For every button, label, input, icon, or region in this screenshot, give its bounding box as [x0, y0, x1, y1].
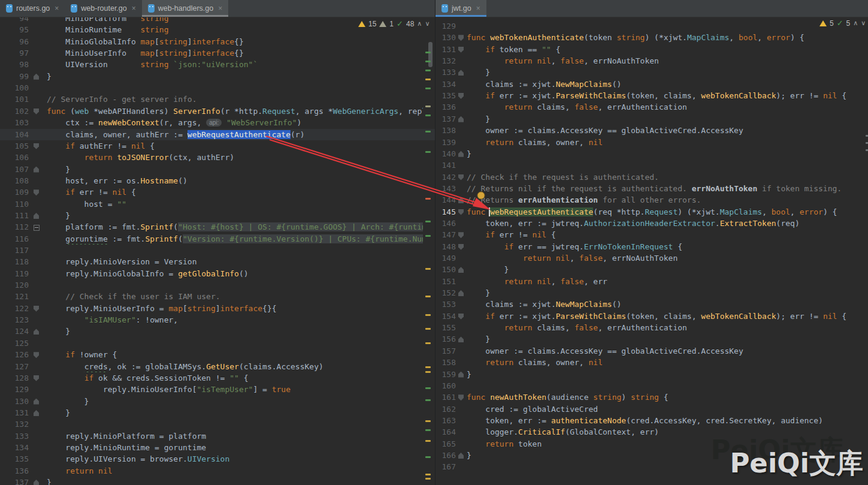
- code-line[interactable]: 127 creds, ok := globalIAMSys.GetUser(cl…: [0, 361, 435, 372]
- error-stripe-mark[interactable]: [425, 371, 431, 373]
- code-line[interactable]: 146 token, err := jwtreq.AuthorizationHe…: [435, 218, 868, 229]
- code-line[interactable]: 137 }: [435, 113, 868, 125]
- code-line[interactable]: 157 owner := claims.AccessKey == globalA…: [435, 345, 868, 357]
- code-line[interactable]: 148 if err == jwtreq.ErrNoTokenInRequest…: [435, 241, 868, 252]
- line-number[interactable]: 138: [440, 125, 456, 136]
- code-line[interactable]: 120: [0, 279, 435, 291]
- line-number[interactable]: 148: [440, 241, 456, 252]
- code-line[interactable]: 159}: [435, 369, 868, 380]
- line-number[interactable]: 112: [5, 221, 29, 233]
- code-line[interactable]: 135 reply.UIVersion = browser.UIVersion: [0, 453, 435, 465]
- code-line[interactable]: 140}: [435, 148, 868, 159]
- code-line[interactable]: 97 MinioUserInfo map[string]interface{}: [0, 47, 435, 59]
- code-line[interactable]: 131 if token == "" {: [435, 44, 868, 55]
- fold-start-icon[interactable]: [34, 352, 39, 358]
- folded-region-icon[interactable]: [34, 225, 40, 231]
- next-problem-chevron-icon[interactable]: ∨: [861, 19, 866, 27]
- line-number[interactable]: 132: [5, 418, 29, 430]
- code-line[interactable]: 135 if err := xjwt.ParseWithClaims(token…: [435, 90, 868, 101]
- line-number[interactable]: 166: [440, 450, 456, 461]
- code-line[interactable]: 98 UIVersion string `json:"uiVersion"`: [0, 59, 435, 70]
- code-line[interactable]: 126 if !owner {: [0, 349, 435, 360]
- code-line[interactable]: 116 goruntime := fmt.Sprintf("Version: #…: [0, 233, 435, 245]
- line-number[interactable]: 126: [5, 349, 29, 360]
- line-number[interactable]: 125: [5, 338, 29, 349]
- line-number[interactable]: 121: [5, 291, 29, 302]
- code-line[interactable]: 155 return claims, false, errAuthenticat…: [435, 322, 868, 333]
- error-stripe-mark[interactable]: [425, 474, 431, 475]
- line-number[interactable]: 100: [5, 82, 29, 94]
- fold-start-icon[interactable]: [458, 232, 464, 238]
- line-number[interactable]: 134: [5, 442, 29, 453]
- code-line[interactable]: 106 return toJSONError(ctx, authErr): [0, 152, 435, 163]
- fold-end-icon[interactable]: [458, 197, 464, 203]
- line-number[interactable]: 120: [5, 279, 29, 291]
- line-number[interactable]: 128: [5, 372, 29, 384]
- code-line[interactable]: 111 }: [0, 210, 435, 221]
- fold-end-icon[interactable]: [34, 399, 39, 405]
- code-line[interactable]: 149 return nil, false, errNoAuthToken: [435, 252, 868, 264]
- line-number[interactable]: 140: [440, 148, 456, 159]
- error-stripe-mark[interactable]: [425, 296, 431, 297]
- line-number[interactable]: 111: [5, 210, 29, 221]
- fold-end-icon[interactable]: [458, 290, 464, 296]
- line-number[interactable]: 131: [5, 407, 29, 418]
- line-number[interactable]: 135: [440, 90, 456, 101]
- prev-problem-chevron-icon[interactable]: ∧: [853, 19, 858, 27]
- line-number[interactable]: 124: [5, 326, 29, 337]
- code-line[interactable]: 130func webTokenAuthenticate(token strin…: [435, 32, 868, 43]
- line-number[interactable]: 129: [5, 384, 29, 395]
- line-number[interactable]: 137: [440, 113, 456, 125]
- line-number[interactable]: 117: [5, 245, 29, 256]
- line-number[interactable]: 119: [5, 268, 29, 279]
- code-line[interactable]: 138 owner := claims.AccessKey == globalA…: [435, 125, 868, 136]
- code-line[interactable]: 136 return claims, false, errAuthenticat…: [435, 101, 868, 113]
- error-stripe-mark[interactable]: [866, 149, 868, 151]
- code-line[interactable]: 99}: [0, 71, 435, 82]
- fold-start-icon[interactable]: [458, 314, 464, 320]
- line-number[interactable]: 118: [5, 256, 29, 267]
- line-number[interactable]: 129: [440, 20, 456, 32]
- error-stripe-mark[interactable]: [425, 429, 431, 431]
- line-number[interactable]: 122: [5, 303, 29, 314]
- fold-start-icon[interactable]: [34, 109, 39, 115]
- editor-tab-routers-go[interactable]: routers.go×: [0, 0, 65, 17]
- line-number[interactable]: 147: [440, 229, 456, 240]
- line-number[interactable]: 132: [440, 55, 456, 67]
- fold-end-icon[interactable]: [458, 116, 464, 122]
- line-number[interactable]: 137: [5, 477, 29, 485]
- line-number[interactable]: 162: [440, 403, 456, 415]
- code-line[interactable]: 154 if err := xjwt.ParseWithClaims(token…: [435, 311, 868, 322]
- code-line[interactable]: 152 }: [435, 287, 868, 299]
- line-number[interactable]: 94: [5, 17, 29, 24]
- code-line[interactable]: 133 reply.MinioPlatform = platform: [0, 430, 435, 442]
- line-number[interactable]: 123: [5, 314, 29, 326]
- error-stripe-mark[interactable]: [425, 420, 431, 422]
- code-line[interactable]: 109 if err != nil {: [0, 186, 435, 198]
- code-line[interactable]: 156 }: [435, 333, 868, 345]
- line-number[interactable]: 106: [5, 152, 29, 163]
- line-number[interactable]: 109: [5, 186, 29, 198]
- line-number[interactable]: 130: [5, 396, 29, 407]
- code-line[interactable]: 110 host = "": [0, 198, 435, 210]
- error-stripe-mark[interactable]: [425, 456, 431, 458]
- code-line[interactable]: 102func (web *webAPIHandlers) ServerInfo…: [0, 106, 435, 117]
- fold-start-icon[interactable]: [458, 93, 464, 99]
- error-stripe-mark[interactable]: [425, 70, 431, 71]
- code-line[interactable]: 128 if ok && creds.SessionToken != "" {: [0, 372, 435, 384]
- line-number[interactable]: 139: [440, 137, 456, 148]
- line-number[interactable]: 158: [440, 357, 456, 368]
- line-number[interactable]: 164: [440, 426, 456, 438]
- prev-problem-chevron-icon[interactable]: ∧: [417, 20, 422, 28]
- line-number[interactable]: 167: [440, 461, 456, 472]
- code-line[interactable]: 131 }: [0, 407, 435, 418]
- line-number[interactable]: 135: [5, 453, 29, 465]
- line-number[interactable]: 99: [5, 71, 29, 82]
- error-stripe-mark[interactable]: [866, 135, 868, 137]
- editor-tab-jwt-go[interactable]: jwt.go×: [435, 0, 486, 17]
- fold-end-icon[interactable]: [34, 213, 39, 219]
- code-line[interactable]: 96 MinioGlobalInfo map[string]interface{…: [0, 36, 435, 47]
- editor-pane-right[interactable]: 129130func webTokenAuthenticate(token st…: [435, 17, 868, 485]
- line-number[interactable]: 103: [5, 117, 29, 128]
- code-line[interactable]: 161func newAuthToken(audience string) st…: [435, 391, 868, 403]
